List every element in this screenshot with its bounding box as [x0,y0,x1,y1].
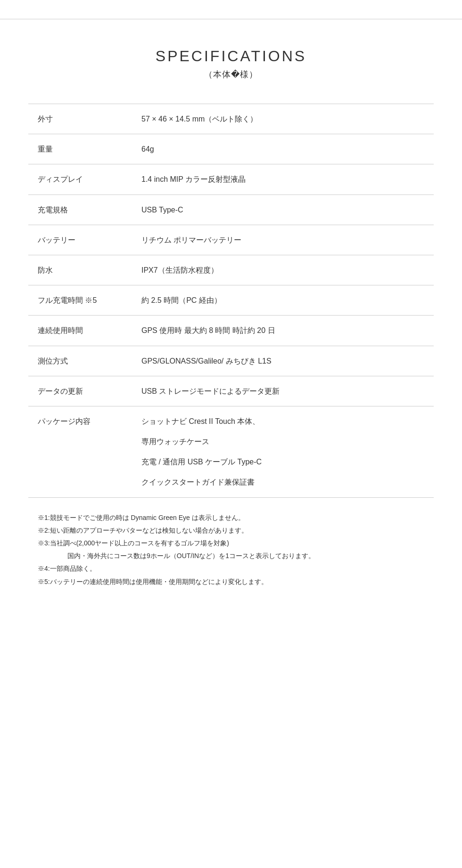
top-divider [0,19,462,19]
note-item: ※2:短い距離のアプローチやパターなどは検知しない場合があります。 [38,525,424,536]
package-label: パッケージ内容 [28,406,132,497]
package-item: クイックスタートガイド兼保証書 [141,476,424,488]
page-wrapper: SPECIFICATIONS （本体�様） 外寸57 × 46 × 14.5 m… [0,0,462,617]
spec-row: 重量64g [28,134,434,164]
spec-value: リチウム ポリマーバッテリー [132,225,434,255]
spec-label: 防水 [28,255,132,285]
spec-row: 連続使用時間GPS 使用時 最大約 8 時間 時計約 20 日 [28,316,434,346]
spec-label: データの更新 [28,376,132,406]
spec-value: USB ストレージモードによるデータ更新 [132,376,434,406]
spec-value: IPX7（生活防水程度） [132,255,434,285]
package-item: 専用ウォッチケース [141,435,424,448]
spec-label: 連続使用時間 [28,316,132,346]
package-list: ショットナビ Crest II Touch 本体、専用ウォッチケース充電 / 通… [141,415,424,489]
spec-label: 重量 [28,134,132,164]
spec-label: フル充電時間 ※5 [28,285,132,316]
note-item: ※1:競技モードでご使用の時は Dynamic Green Eye は表示しませ… [38,512,424,524]
spec-value: 64g [132,134,434,164]
spec-label: 測位方式 [28,346,132,376]
package-item: ショットナビ Crest II Touch 本体、 [141,415,424,428]
spec-value: GPS 使用時 最大約 8 時間 時計約 20 日 [132,316,434,346]
package-item: 充電 / 通信用 USB ケーブル Type-C [141,455,424,468]
spec-row: 防水IPX7（生活防水程度） [28,255,434,285]
note-item: 国内・海外共にコース数は9ホール（OUT/INなど）を1コースと表示しております… [38,550,424,562]
spec-row: 測位方式GPS/GLONASS/Galileo/ みちびき L1S [28,346,434,376]
main-title: SPECIFICATIONS [0,48,462,65]
header-section: SPECIFICATIONS （本体�様） [0,48,462,80]
spec-row: ディスプレイ1.4 inch MIP カラー反射型液晶 [28,164,434,195]
specs-table: 外寸57 × 46 × 14.5 mm（ベルト除く）重量64gディスプレイ1.4… [28,104,434,498]
spec-label: ディスプレイ [28,164,132,195]
spec-row: 充電規格USB Type-C [28,195,434,225]
spec-row: 外寸57 × 46 × 14.5 mm（ベルト除く） [28,104,434,134]
sub-title: （本体�様） [0,69,462,80]
spec-value: USB Type-C [132,195,434,225]
spec-value: 1.4 inch MIP カラー反射型液晶 [132,164,434,195]
spec-row: バッテリーリチウム ポリマーバッテリー [28,225,434,255]
spec-row: フル充電時間 ※5約 2.5 時間（PC 経由） [28,285,434,316]
spec-value: 57 × 46 × 14.5 mm（ベルト除く） [132,104,434,134]
spec-row: データの更新USB ストレージモードによるデータ更新 [28,376,434,406]
note-item: ※3:当社調べ(2,000ヤード以上のコースを有するゴルフ場を対象) [38,537,424,549]
spec-value: GPS/GLONASS/Galileo/ みちびき L1S [132,346,434,376]
spec-label: バッテリー [28,225,132,255]
package-row: パッケージ内容ショットナビ Crest II Touch 本体、専用ウォッチケー… [28,406,434,497]
note-item: ※4:一部商品除く。 [38,563,424,575]
spec-label: 外寸 [28,104,132,134]
spec-value: 約 2.5 時間（PC 経由） [132,285,434,316]
package-value: ショットナビ Crest II Touch 本体、専用ウォッチケース充電 / 通… [132,406,434,497]
notes-section: ※1:競技モードでご使用の時は Dynamic Green Eye は表示しませ… [28,512,434,588]
note-item: ※5:バッテリーの連続使用時間は使用機能・使用期間などにより変化します。 [38,576,424,588]
spec-label: 充電規格 [28,195,132,225]
